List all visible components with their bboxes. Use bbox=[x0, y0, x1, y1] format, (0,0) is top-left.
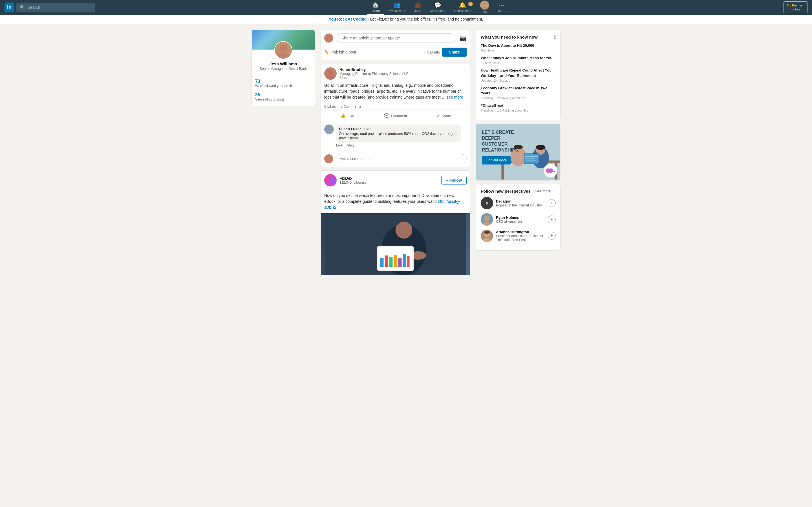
ad-cta-button[interactable]: Find out more bbox=[482, 156, 511, 165]
like-button[interactable]: 👍 Like bbox=[323, 111, 371, 121]
share-icon: ↗ bbox=[436, 113, 440, 119]
more-icon: ⋯ bbox=[499, 2, 504, 8]
news-headline-3: Economy Grew at Fastest Pace in Two Year… bbox=[481, 86, 556, 96]
search-input[interactable] bbox=[28, 5, 92, 10]
svg-text:ex: ex bbox=[553, 170, 555, 172]
comment-time: · 1 min bbox=[362, 127, 371, 131]
comment-icon: 💬 bbox=[384, 113, 389, 119]
decagon-info: Decagon Popular in the internet industry bbox=[496, 199, 542, 207]
svg-point-1 bbox=[482, 6, 488, 10]
share-input[interactable]: Share an article, photo, or update bbox=[337, 33, 456, 43]
nav-item-jobs[interactable]: 💼 Jobs bbox=[410, 0, 426, 15]
comment-like-button[interactable]: Like bbox=[336, 144, 342, 147]
profile-avatar-wrap bbox=[252, 41, 315, 59]
camera-icon[interactable]: 📷 bbox=[460, 35, 467, 41]
ad-text-overlay: LET'S CREATE DEEPER CUSTOMER RELATIONSHI… bbox=[482, 129, 527, 164]
svg-point-6 bbox=[328, 69, 333, 74]
search-bar[interactable]: 🔍 bbox=[16, 3, 95, 12]
commenter-name: Susan Luker bbox=[339, 127, 361, 131]
nav-item-messaging[interactable]: 💬 Messaging bbox=[426, 0, 450, 15]
news-item-0[interactable]: The Dow is About to Hit 20,000 Top News bbox=[481, 43, 556, 52]
share-top: Share an article, photo, or update 📷 bbox=[324, 33, 467, 43]
nav-item-my-network[interactable]: 👥 My Network bbox=[384, 0, 410, 15]
post-views-stat[interactable]: 35 Views of your posts bbox=[255, 91, 311, 103]
news-headline-4: #ChaseGreat bbox=[481, 103, 556, 108]
company-logo[interactable] bbox=[324, 174, 337, 186]
svg-rect-26 bbox=[403, 254, 406, 267]
arianna-info: Arianna Huffington President and Editor-… bbox=[496, 230, 545, 242]
follow-decagon-button[interactable]: + bbox=[548, 199, 556, 207]
company-name[interactable]: FixDex bbox=[340, 176, 439, 180]
main-layout: Jess Williams Senior Manager at Denali B… bbox=[247, 24, 565, 281]
share-user-avatar bbox=[324, 34, 333, 43]
news-meta-3: Trending · 2M talking about this bbox=[481, 96, 556, 100]
news-item-4[interactable]: #ChaseGreat Trending · 1.8M talking abou… bbox=[481, 103, 556, 112]
ryan-info: Ryan Holmes CEO at Amethyst bbox=[496, 216, 522, 224]
nav-item-me[interactable]: Me bbox=[476, 0, 494, 15]
nav-items: 🏠 Home 👥 My Network 💼 Jobs 💬 Messaging 🔔… bbox=[95, 0, 781, 15]
profile-avatar[interactable] bbox=[274, 41, 292, 59]
svg-point-10 bbox=[327, 156, 331, 159]
share-bottom: ✏️ Publish a post · 5 Drafts Share bbox=[324, 48, 467, 57]
left-sidebar: Jess Williams Senior Manager at Denali B… bbox=[252, 30, 315, 276]
follow-arianna-button[interactable]: + bbox=[548, 232, 556, 240]
post-fixdex: FixDex 112,345 followers + Follow How do… bbox=[320, 170, 470, 276]
post-comments: 5 Comments bbox=[341, 104, 361, 108]
svg-point-11 bbox=[326, 160, 332, 163]
try-premium-button[interactable]: Try Premium for free bbox=[783, 1, 808, 13]
info-icon[interactable]: ℹ bbox=[554, 34, 556, 40]
svg-point-2 bbox=[280, 45, 287, 51]
news-item-2[interactable]: How Healthcare Repeal Could Affect Your … bbox=[481, 68, 556, 82]
comment-reply-button[interactable]: Reply bbox=[346, 144, 354, 147]
svg-point-9 bbox=[326, 130, 332, 134]
comment-input-field[interactable] bbox=[336, 154, 467, 163]
right-sidebar: What you need to know now ℹ The Dow is A… bbox=[476, 30, 560, 276]
post-time: 3 hrs bbox=[340, 76, 460, 80]
post-actions: 👍 Like 💬 Comment ↗ Share bbox=[321, 110, 470, 122]
comment-input-row bbox=[321, 152, 470, 167]
nav-item-notifications[interactable]: 🔔 2 Notifications bbox=[450, 0, 476, 15]
profile-views-stat[interactable]: 73 Who's viewed your profile bbox=[255, 78, 311, 89]
ad-brand-logo: ex bbox=[544, 164, 557, 177]
post-likes: 8 Likes bbox=[324, 104, 336, 108]
home-icon: 🏠 bbox=[372, 2, 379, 8]
company-followers: 112,345 followers bbox=[340, 180, 439, 184]
arianna-desc: President and Editor-in-Chief at The Huf… bbox=[496, 234, 545, 242]
post-stats: 8 Likes · 5 Comments bbox=[321, 103, 470, 110]
svg-point-5 bbox=[326, 40, 332, 43]
linkedin-logo[interactable]: in bbox=[4, 3, 14, 12]
messaging-icon: 💬 bbox=[434, 2, 441, 8]
news-item-3[interactable]: Economy Grew at Fastest Pace in Two Year… bbox=[481, 86, 556, 100]
comment-actions: Like Reply bbox=[336, 144, 461, 147]
svg-point-54 bbox=[484, 231, 490, 234]
ryan-name: Ryan Holmes bbox=[496, 216, 522, 220]
post-author-name[interactable]: Helen Bradley bbox=[340, 67, 460, 72]
navigation: in 🔍 🏠 Home 👥 My Network 💼 Jobs 💬 Messag… bbox=[0, 0, 812, 15]
post-more-button[interactable]: ··· bbox=[462, 67, 467, 72]
follow-ryan-button[interactable]: + bbox=[548, 216, 556, 223]
news-item-1[interactable]: What Today's Job Numbers Mean for You 36… bbox=[481, 55, 556, 64]
promo-banner: You Rock At Coding - Let FixDex bring yo… bbox=[0, 15, 812, 24]
notification-badge: 2 bbox=[468, 2, 473, 6]
see-more-link[interactable]: · See more bbox=[533, 189, 551, 193]
nav-item-more[interactable]: ⋯ More bbox=[494, 0, 510, 15]
follow-item-decagon: D Decagon Popular in the internet indust… bbox=[481, 197, 556, 209]
share-post-button[interactable]: ↗ Share bbox=[419, 111, 468, 121]
me-avatar bbox=[480, 1, 489, 10]
share-button[interactable]: Share bbox=[442, 48, 467, 57]
see-more-link[interactable]: see more bbox=[447, 95, 463, 100]
comment-more-button[interactable]: ··· bbox=[463, 124, 467, 129]
post-author-avatar[interactable] bbox=[324, 67, 337, 80]
comment-button[interactable]: 💬 Comment bbox=[371, 111, 419, 121]
promo-highlight[interactable]: You Rock At Coding bbox=[329, 17, 366, 21]
ryan-avatar bbox=[481, 213, 493, 226]
publish-text[interactable]: Publish a post bbox=[331, 50, 421, 54]
nav-item-home[interactable]: 🏠 Home bbox=[367, 0, 384, 15]
post-views-label: Views of your posts bbox=[255, 98, 285, 101]
svg-rect-21 bbox=[380, 258, 384, 267]
svg-point-44 bbox=[549, 168, 553, 173]
profile-name: Jess Williams bbox=[252, 61, 315, 66]
follow-button[interactable]: + Follow bbox=[441, 176, 467, 184]
drafts-label[interactable]: 5 Drafts bbox=[427, 50, 440, 54]
svg-point-4 bbox=[327, 35, 331, 39]
